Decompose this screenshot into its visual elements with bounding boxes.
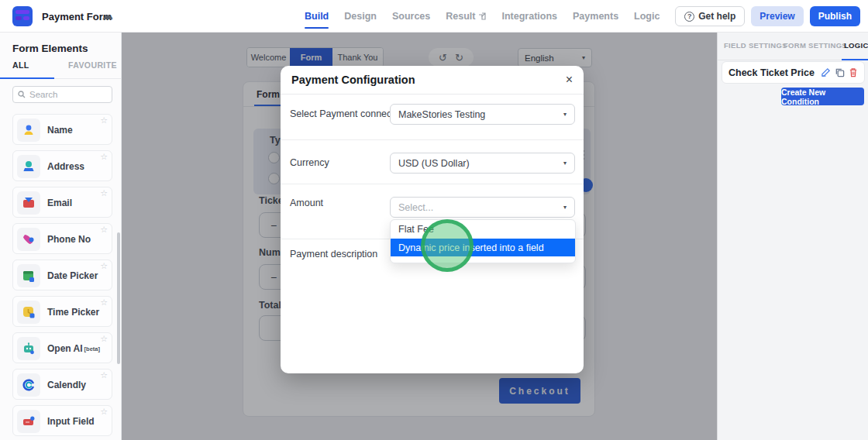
nav-integrations[interactable]: Integrations (501, 11, 557, 22)
option-dynamic-price[interactable]: Dynamic price inserted into a field (391, 239, 575, 256)
payment-configuration-modal: Payment Configuration × Select Payment c… (281, 66, 584, 373)
condition-card[interactable]: Check Ticket Price (722, 61, 865, 84)
favourite-star-icon[interactable]: ☆ (100, 188, 108, 198)
main-nav: Build Design Sources Result Integrations… (305, 0, 660, 33)
chevron-down-icon: ▾ (563, 204, 567, 211)
divider (281, 139, 584, 140)
amount-select[interactable]: Select... ▾ (390, 197, 575, 218)
person-icon (17, 119, 40, 142)
select-value: MakeStories Testing (398, 109, 485, 120)
divider (281, 184, 584, 184)
favourite-star-icon[interactable]: ☆ (100, 115, 108, 125)
cloud-save-icon: ☁ (102, 9, 113, 22)
sidebar-title: Form Elements (12, 43, 88, 54)
element-address[interactable]: Address ☆ (12, 150, 112, 181)
preview-button[interactable]: Preview (751, 6, 803, 26)
favourite-star-icon[interactable]: ☆ (100, 261, 108, 271)
payment-description-label: Payment description (290, 249, 377, 260)
help-icon: ? (684, 12, 694, 22)
sidebar-tabs: ALL FAVOURITE (0, 60, 122, 79)
chevron-down-icon: ▾ (563, 160, 567, 167)
nav-sources[interactable]: Sources (392, 11, 430, 22)
element-input-field[interactable]: Input Field ☆ (12, 405, 112, 436)
condition-actions (821, 67, 858, 77)
element-label: Input Field (47, 406, 95, 437)
edit-icon[interactable] (821, 67, 831, 77)
favourite-star-icon[interactable]: ☆ (100, 297, 108, 308)
amount-label: Amount (290, 198, 323, 208)
get-help-button[interactable]: ? Get help (675, 6, 745, 26)
modal-header: Payment Configuration × (281, 66, 584, 95)
element-label: Calendly (47, 370, 86, 400)
search-icon (18, 91, 26, 98)
element-calendly[interactable]: Calendly ☆ (12, 369, 112, 400)
input-field-icon (17, 410, 40, 433)
settings-sidebar: FIELD SETTINGS FORM SETTINGS LOGIC Check… (717, 33, 868, 440)
element-label: Name (47, 115, 73, 146)
external-link-icon (478, 12, 486, 20)
publish-button[interactable]: Publish (810, 6, 860, 26)
element-label: Time Picker (47, 297, 99, 328)
element-open-ai[interactable]: Open AI[beta] ☆ (12, 332, 112, 363)
search-input[interactable] (29, 90, 99, 99)
favourite-star-icon[interactable]: ☆ (100, 334, 108, 344)
element-email[interactable]: Email ☆ (12, 187, 112, 218)
favourite-star-icon[interactable]: ☆ (100, 370, 108, 380)
element-date-picker[interactable]: Date Picker ☆ (12, 260, 112, 290)
element-label: Open AI[beta] (47, 333, 100, 364)
element-search[interactable] (12, 86, 112, 103)
app-logo-icon (12, 6, 33, 26)
nav-logic[interactable]: Logic (634, 11, 660, 22)
close-icon[interactable]: × (566, 74, 573, 86)
amount-dropdown-list: Flat Fee Dynamic price inserted into a f… (390, 219, 576, 263)
nav-design[interactable]: Design (344, 11, 377, 22)
address-pin-icon (17, 155, 40, 178)
chevron-down-icon: ▾ (563, 111, 567, 118)
app-root: Payment Form ☁ Build Design Sources Resu… (0, 0, 868, 440)
tab-all[interactable]: ALL (12, 60, 29, 79)
duplicate-icon[interactable] (835, 67, 845, 77)
beta-badge: [beta] (84, 345, 100, 352)
modal-title: Payment Configuration (291, 74, 415, 86)
nav-result-label: Result (446, 11, 475, 22)
top-actions: ? Get help Preview Publish (675, 6, 860, 26)
favourite-star-icon[interactable]: ☆ (100, 225, 108, 235)
nav-payments[interactable]: Payments (573, 11, 618, 22)
element-label: Date Picker (47, 260, 98, 291)
favourite-star-icon[interactable]: ☆ (100, 152, 108, 162)
element-label: Phone No (47, 224, 91, 255)
element-time-picker[interactable]: Time Picker ☆ (12, 296, 112, 327)
robot-icon (17, 337, 40, 360)
currency-select[interactable]: USD (US Dollar) ▾ (390, 153, 575, 174)
delete-icon[interactable] (849, 67, 858, 77)
condition-name: Check Ticket Price (728, 67, 821, 78)
active-tab-underline (0, 77, 54, 79)
top-navbar: Payment Form ☁ Build Design Sources Resu… (0, 0, 868, 33)
tab-field-settings[interactable]: FIELD SETTINGS (724, 41, 787, 50)
sidebar-scrollbar[interactable] (117, 232, 120, 364)
get-help-label: Get help (698, 11, 735, 22)
element-label: Email (47, 187, 72, 218)
active-tab-underline (842, 59, 868, 60)
element-label: Address (47, 151, 84, 182)
select-placeholder: Select... (398, 202, 433, 213)
nav-build[interactable]: Build (305, 11, 329, 22)
tab-form-settings[interactable]: FORM SETTINGS (784, 41, 847, 50)
element-phone[interactable]: Phone No ☆ (12, 223, 112, 254)
nav-result[interactable]: Result (446, 11, 486, 22)
envelope-icon (17, 191, 40, 215)
form-elements-sidebar: Form Elements ALL FAVOURITE Name ☆ Addre… (0, 33, 122, 440)
select-value: USD (US Dollar) (398, 158, 470, 169)
clock-icon (17, 301, 40, 324)
payment-connection-select[interactable]: MakeStories Testing ▾ (390, 104, 575, 125)
favourite-star-icon[interactable]: ☆ (100, 407, 108, 417)
element-name[interactable]: Name ☆ (12, 114, 112, 145)
open-ai-label: Open AI (47, 343, 83, 354)
calendly-icon (17, 373, 40, 397)
tab-favourite[interactable]: FAVOURITE (68, 60, 117, 79)
settings-tabs: FIELD SETTINGS FORM SETTINGS LOGIC (718, 33, 868, 60)
option-flat-fee[interactable]: Flat Fee (391, 220, 575, 239)
create-new-condition-button[interactable]: Create New Condition (781, 88, 864, 105)
tab-logic[interactable]: LOGIC (844, 41, 868, 50)
phone-icon (17, 228, 40, 251)
